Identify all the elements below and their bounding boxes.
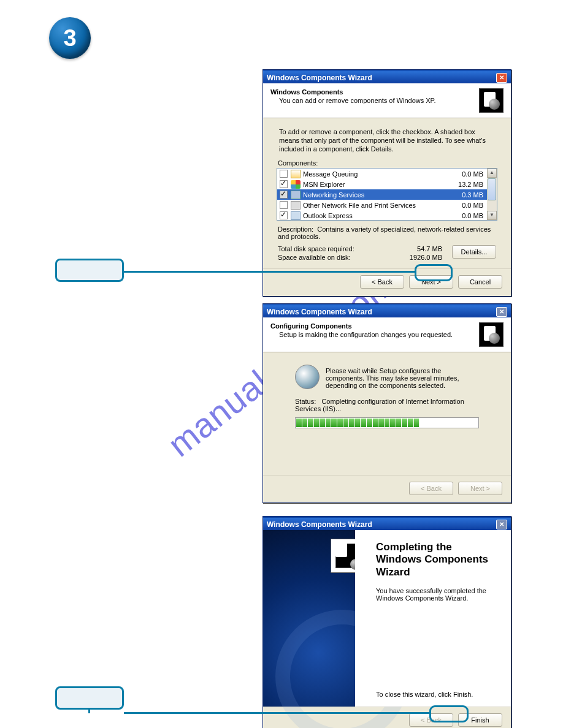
progress-segment bbox=[426, 419, 431, 427]
description-line: Description: Contains a variety of speci… bbox=[278, 226, 496, 240]
back-button[interactable]: < Back bbox=[360, 275, 404, 289]
list-item[interactable]: MSN Explorer13.2 MB bbox=[277, 179, 487, 189]
checkbox[interactable] bbox=[280, 201, 288, 209]
close-button: ✕ bbox=[496, 520, 507, 529]
checkbox[interactable] bbox=[280, 180, 288, 188]
components-rows: Message Queuing0.0 MBMSN Explorer13.2 MB… bbox=[277, 169, 487, 220]
checkbox[interactable] bbox=[280, 191, 288, 199]
finish-message: You have successfully completed the Wind… bbox=[376, 587, 499, 602]
disc-icon bbox=[295, 365, 320, 389]
list-item[interactable]: Message Queuing0.0 MB bbox=[277, 169, 487, 179]
list-item[interactable]: Outlook Express0.0 MB bbox=[277, 210, 487, 220]
list-item[interactable]: Other Network File and Print Services0.0… bbox=[277, 200, 487, 210]
box-disc-icon bbox=[479, 322, 504, 347]
callout-pill-2 bbox=[55, 686, 124, 710]
dialog-configuring: Windows Components Wizard ✕ Configuring … bbox=[262, 303, 511, 503]
disk-available-label: Space available on disk: bbox=[278, 254, 388, 261]
cancel-button[interactable]: Cancel bbox=[458, 275, 502, 289]
close-hint: To close this wizard, click Finish. bbox=[376, 691, 473, 698]
disk-required-label: Total disk space required: bbox=[278, 245, 388, 252]
wait-text: Please wait while Setup configures the c… bbox=[326, 365, 479, 389]
progress-segment bbox=[408, 419, 413, 427]
progress-segment bbox=[443, 419, 448, 427]
progress-segment bbox=[414, 419, 419, 427]
next-button: Next > bbox=[458, 482, 502, 495]
msn-icon bbox=[291, 180, 301, 189]
srv-icon bbox=[291, 201, 301, 210]
header-subtitle: You can add or remove components of Wind… bbox=[270, 97, 479, 104]
component-size: 0.0 MB bbox=[446, 170, 483, 178]
progress-segment bbox=[373, 419, 378, 427]
scroll-down-button[interactable]: ▼ bbox=[487, 211, 497, 220]
component-size: 0.0 MB bbox=[446, 212, 483, 219]
progress-segment bbox=[326, 419, 331, 427]
header-subtitle: Setup is making the configuration change… bbox=[270, 331, 479, 338]
progress-segment bbox=[385, 419, 390, 427]
progress-segment bbox=[472, 419, 478, 427]
oe-icon bbox=[291, 211, 301, 220]
description-label: Description: bbox=[278, 226, 313, 233]
highlight-ring-next bbox=[415, 264, 453, 281]
component-size: 0.0 MB bbox=[446, 202, 483, 209]
component-label: Message Queuing bbox=[303, 170, 446, 178]
progress-segment bbox=[467, 419, 472, 427]
instructions-text: To add or remove a component, click the … bbox=[279, 128, 495, 153]
progress-segment bbox=[337, 419, 343, 427]
step-badge: 3 bbox=[49, 17, 91, 59]
checkbox[interactable] bbox=[280, 170, 288, 178]
status-text: Completing configuration of Internet Inf… bbox=[295, 398, 464, 412]
component-size: 13.2 MB bbox=[446, 181, 483, 188]
component-label: Other Network File and Print Services bbox=[303, 202, 446, 209]
callout-line-1 bbox=[124, 271, 415, 273]
box-disc-icon bbox=[479, 88, 504, 113]
scrollbar[interactable]: ▲ ▼ bbox=[487, 169, 497, 220]
progress-segment bbox=[320, 419, 325, 427]
progress-segment bbox=[355, 419, 361, 427]
progress-segment bbox=[302, 419, 308, 427]
progress-segment bbox=[455, 419, 461, 427]
progress-segment bbox=[314, 419, 320, 427]
back-button: < Back bbox=[409, 482, 453, 495]
env-icon bbox=[291, 170, 301, 178]
progress-segment bbox=[361, 419, 366, 427]
button-row: < Back Next > Cancel bbox=[263, 268, 511, 296]
details-button[interactable]: Details... bbox=[452, 245, 496, 259]
titlebar: Windows Components Wizard ✕ bbox=[263, 517, 511, 530]
components-label: Components: bbox=[278, 159, 496, 167]
checkbox[interactable] bbox=[280, 211, 288, 219]
component-label: Outlook Express bbox=[303, 212, 446, 219]
progress-segment bbox=[431, 419, 437, 427]
titlebar: Windows Components Wizard ✕ bbox=[263, 70, 511, 83]
dialog-title: Windows Components Wizard bbox=[267, 520, 372, 529]
progress-segment bbox=[390, 419, 396, 427]
dialog-header: Windows Components You can add or remove… bbox=[263, 83, 511, 118]
net-icon bbox=[291, 191, 301, 199]
scroll-up-button[interactable]: ▲ bbox=[487, 169, 497, 178]
dialog-title: Windows Components Wizard bbox=[267, 74, 372, 82]
progress-segment bbox=[461, 419, 466, 427]
scroll-thumb[interactable] bbox=[488, 178, 496, 200]
progress-segment bbox=[378, 419, 384, 427]
dialog-finish: Windows Components Wizard ✕ Completing t… bbox=[262, 516, 511, 728]
dialog-components: Windows Components Wizard ✕ Windows Comp… bbox=[262, 69, 511, 297]
progress-segment bbox=[367, 419, 372, 427]
close-button[interactable]: ✕ bbox=[496, 73, 507, 83]
progress-segment bbox=[449, 419, 454, 427]
header-title: Windows Components bbox=[270, 88, 479, 96]
progress-segment bbox=[437, 419, 443, 427]
wizard-sidebar-graphic bbox=[263, 530, 355, 707]
close-button: ✕ bbox=[496, 307, 507, 317]
callout-line-2 bbox=[124, 712, 429, 714]
header-title: Configuring Components bbox=[270, 322, 479, 330]
progress-segment bbox=[419, 419, 425, 427]
status-label: Status: bbox=[295, 398, 316, 405]
progress-segment bbox=[402, 419, 407, 427]
component-label: MSN Explorer bbox=[303, 181, 446, 188]
components-listbox[interactable]: Message Queuing0.0 MBMSN Explorer13.2 MB… bbox=[277, 168, 497, 221]
disk-required-value: 54.7 MB bbox=[388, 245, 450, 252]
progress-segment bbox=[331, 419, 337, 427]
callout-line-2v bbox=[88, 710, 90, 713]
list-item[interactable]: Networking Services0.3 MB bbox=[277, 189, 487, 200]
component-label: Networking Services bbox=[303, 191, 446, 199]
progress-segment bbox=[308, 419, 313, 427]
